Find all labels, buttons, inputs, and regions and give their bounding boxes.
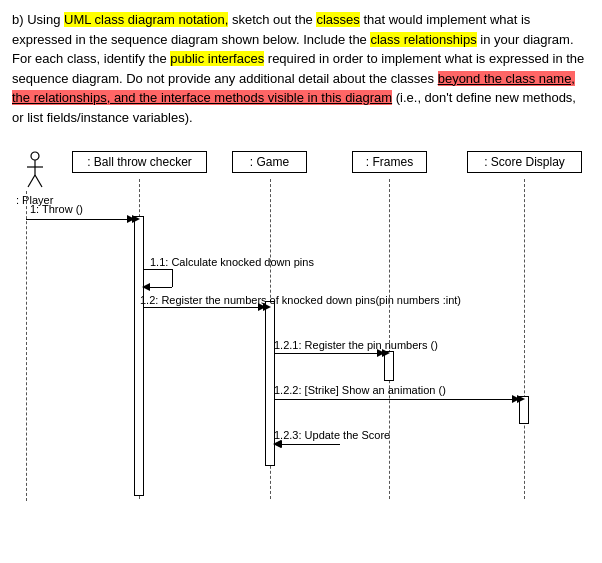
msg-1-2-1-label: 1.2.1: Register the pin numbers (): [274, 339, 438, 351]
class-rel-highlight: class relationships: [370, 32, 476, 47]
msg-throw-label: 1: Throw (): [30, 203, 83, 215]
arrow-1-2: [144, 307, 265, 308]
activation-box-ball-throw-checker: [134, 216, 144, 496]
lifeline-box-score-display: : Score Display: [467, 151, 582, 173]
msg-1-2-3-label: 1.2.3: Update the Score: [274, 429, 390, 441]
lifeline-box-ball-throw-checker: : Ball throw checker: [72, 151, 207, 173]
self-arrow-right: [172, 269, 173, 287]
question-text: b) Using UML class diagram notation, ske…: [12, 10, 590, 127]
msg-1-2-label: 1.2: Register the numbers of knocked dow…: [140, 294, 461, 306]
diagram-container: : Player : Ball throw checker : Game : F…: [12, 141, 592, 511]
actor: : Player: [16, 151, 53, 206]
msg-1-2-2-label: 1.2.2: [Strike] Show an animation (): [274, 384, 446, 396]
msg-1-1-label: 1.1: Calculate knocked down pins: [150, 256, 314, 268]
arrow-1-2-1: [275, 353, 384, 354]
arrow-throw: [26, 219, 134, 220]
uml-highlight: UML class diagram notation,: [64, 12, 228, 27]
prefix: b) Using: [12, 12, 64, 27]
lifeline-line-score-display: [524, 179, 525, 499]
lifeline-box-frames: : Frames: [352, 151, 427, 173]
svg-line-4: [35, 175, 42, 187]
actor-lifeline: [26, 191, 27, 501]
arrow-1-2-3-head: [273, 440, 281, 448]
arrow-1-2-2-head: [517, 395, 525, 403]
actor-figure-icon: [25, 151, 45, 189]
self-arrow-back-head: [142, 283, 150, 291]
middle1: sketch out the: [228, 12, 316, 27]
arrow-1-2-3: [275, 444, 340, 445]
classes-highlight: classes: [316, 12, 359, 27]
self-arrow-top: [144, 269, 172, 270]
svg-line-3: [28, 175, 35, 187]
lifeline-box-game: : Game: [232, 151, 307, 173]
arrow-1-2-1-head: [382, 349, 390, 357]
arrow-1-2-2: [275, 399, 519, 400]
arrow-throw-head: [132, 215, 140, 223]
svg-point-0: [31, 152, 39, 160]
arrow-1-2-head: [263, 303, 271, 311]
public-highlight: public interfaces: [170, 51, 264, 66]
